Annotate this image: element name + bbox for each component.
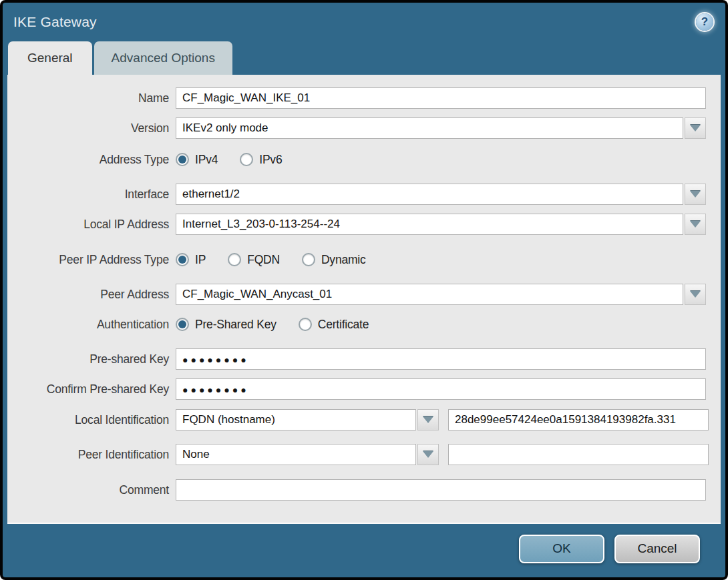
peer-id-value-input[interactable] (448, 444, 709, 465)
radio-ipv6[interactable]: IPv6 (240, 153, 282, 167)
form-row-local-ip: Local IP Address (7, 214, 706, 235)
authentication-label: Authentication (7, 318, 176, 332)
radio-icon (302, 253, 315, 266)
form-row-authentication: Authentication Pre-Shared Key Certificat… (7, 314, 706, 334)
title-bar: IKE Gateway ? (3, 3, 725, 41)
psk-input[interactable] (176, 348, 706, 370)
radio-peer-dynamic[interactable]: Dynamic (302, 253, 366, 267)
radio-ipv6-label: IPv6 (259, 153, 282, 167)
tab-advanced-options-label: Advanced Options (112, 51, 215, 65)
ok-button[interactable]: OK (519, 535, 604, 563)
comment-input[interactable] (176, 479, 706, 501)
radio-icon (240, 153, 253, 166)
local-ip-dropdown-button[interactable] (685, 214, 706, 235)
local-ip-input[interactable] (176, 214, 683, 235)
comment-label: Comment (7, 483, 176, 497)
local-id-value-input[interactable] (448, 409, 709, 430)
form-row-version: Version (7, 117, 706, 139)
radio-icon (299, 318, 312, 331)
name-label: Name (7, 91, 176, 105)
radio-peer-ip[interactable]: IP (176, 253, 206, 267)
chevron-down-icon (690, 125, 701, 131)
radio-icon (176, 253, 189, 266)
peer-type-label: Peer IP Address Type (7, 253, 176, 267)
radio-icon (176, 318, 189, 331)
radio-icon (176, 153, 189, 166)
form-row-peer-address: Peer Address (7, 284, 706, 305)
peer-address-input[interactable] (176, 284, 683, 305)
form-row-comment: Comment (7, 479, 706, 501)
interface-label: Interface (7, 188, 176, 202)
peer-id-label: Peer Identification (7, 448, 176, 462)
chevron-down-icon (423, 416, 433, 423)
local-id-label: Local Identification (7, 413, 176, 427)
radio-peer-dynamic-label: Dynamic (321, 253, 366, 267)
form-row-confirm-psk: Confirm Pre-shared Key (7, 378, 706, 400)
version-input[interactable] (176, 117, 683, 139)
dialog-title: IKE Gateway (13, 14, 97, 30)
confirm-psk-label: Confirm Pre-shared Key (7, 382, 176, 396)
form-row-peer-type: Peer IP Address Type IP FQDN Dynamic (7, 250, 706, 270)
chevron-down-icon (690, 221, 701, 228)
form-row-local-id: Local Identification (7, 409, 706, 430)
cancel-button[interactable]: Cancel (614, 535, 700, 563)
version-label: Version (7, 121, 176, 135)
chevron-down-icon (690, 191, 701, 198)
radio-certificate[interactable]: Certificate (299, 318, 369, 332)
radio-pre-shared-key-label: Pre-Shared Key (195, 318, 277, 332)
address-type-label: Address Type (7, 153, 176, 167)
help-icon[interactable]: ? (696, 13, 713, 31)
peer-address-dropdown-button[interactable] (685, 284, 706, 305)
tab-general-label: General (27, 51, 73, 65)
tab-bar: General Advanced Options (3, 41, 725, 75)
radio-ipv4-label: IPv4 (195, 153, 218, 167)
radio-certificate-label: Certificate (318, 318, 369, 332)
radio-peer-fqdn-label: FQDN (247, 253, 280, 267)
radio-ipv4[interactable]: IPv4 (176, 153, 218, 167)
form-row-address-type: Address Type IPv4 IPv6 (7, 150, 706, 170)
version-dropdown-button[interactable] (685, 117, 706, 139)
peer-id-type-input[interactable] (176, 444, 416, 465)
radio-icon (228, 253, 241, 266)
tab-advanced-options[interactable]: Advanced Options (94, 41, 232, 75)
local-id-type-input[interactable] (176, 409, 416, 430)
radio-pre-shared-key[interactable]: Pre-Shared Key (176, 318, 277, 332)
interface-input[interactable] (176, 184, 683, 205)
radio-peer-ip-label: IP (195, 253, 206, 267)
radio-peer-fqdn[interactable]: FQDN (228, 253, 280, 267)
chevron-down-icon (690, 291, 701, 298)
chevron-down-icon (423, 451, 433, 458)
psk-label: Pre-shared Key (7, 352, 176, 366)
interface-dropdown-button[interactable] (685, 184, 706, 205)
form-row-psk: Pre-shared Key (7, 348, 706, 370)
form-row-interface: Interface (7, 184, 706, 205)
peer-address-label: Peer Address (7, 288, 176, 302)
local-ip-label: Local IP Address (7, 218, 176, 232)
confirm-psk-input[interactable] (176, 378, 706, 400)
general-tab-panel: Name Version Address Type IPv4 IPv6 (7, 75, 721, 524)
tab-general[interactable]: General (8, 41, 92, 75)
form-row-peer-id: Peer Identification (7, 444, 706, 465)
name-input[interactable] (176, 87, 706, 109)
peer-id-type-dropdown-button[interactable] (417, 444, 439, 465)
ike-gateway-dialog: IKE Gateway ? General Advanced Options N… (0, 0, 728, 580)
local-id-type-dropdown-button[interactable] (417, 409, 439, 430)
form-row-name: Name (7, 87, 706, 109)
dialog-footer: OK Cancel (3, 524, 725, 577)
